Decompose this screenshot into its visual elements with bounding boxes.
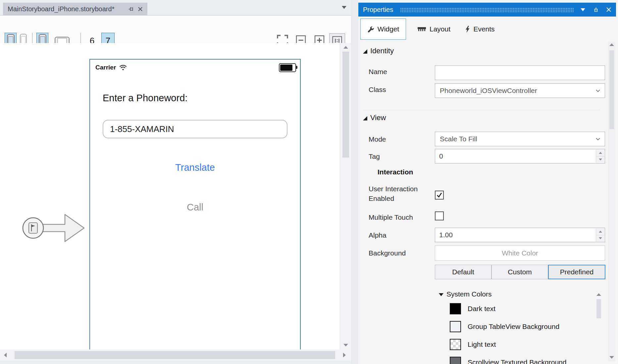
tab-label: Events: [473, 25, 494, 33]
properties-scrollbar[interactable]: [608, 42, 615, 361]
system-colors-chevron-down-icon[interactable]: [439, 293, 443, 296]
document-list-chevron-down-icon[interactable]: [342, 6, 346, 9]
tag-label: Tag: [369, 153, 380, 160]
scrollbar-thumb[interactable]: [15, 351, 335, 359]
view-controller[interactable]: Carrier Enter a Phoneword: 1-855-XAMARIN…: [89, 59, 301, 349]
alpha-input[interactable]: 1.00: [435, 228, 605, 242]
scrollbar-thumb[interactable]: [609, 50, 614, 129]
mode-select[interactable]: Scale To Fill: [435, 132, 605, 146]
name-label: Name: [369, 68, 387, 76]
call-button[interactable]: Call: [90, 202, 300, 213]
tab-label: Widget: [378, 25, 399, 33]
user-interaction-checkbox[interactable]: [435, 191, 444, 200]
flag-icon: [29, 223, 37, 233]
color-item-label[interactable]: Group TableView Background: [468, 323, 559, 331]
ruler-icon: [417, 27, 426, 32]
expander-icon[interactable]: [363, 116, 367, 120]
multiple-touch-checkbox[interactable]: [435, 211, 444, 220]
multiple-touch-label: Multiple Touch: [369, 213, 413, 221]
editor-bottom-strip: [0, 361, 351, 364]
close-icon[interactable]: [606, 7, 611, 12]
properties-title: Properties: [363, 6, 393, 14]
tab-events[interactable]: Events: [459, 19, 501, 40]
scroll-down-arrow[interactable]: [343, 344, 348, 346]
scrollbar-thumb[interactable]: [342, 52, 349, 158]
system-colors-scrollbar[interactable]: [595, 293, 602, 362]
scroll-down-arrow[interactable]: [609, 356, 614, 359]
user-interaction-label: User Interaction Enabled: [369, 184, 430, 203]
phoneword-prompt-label[interactable]: Enter a Phoneword:: [103, 93, 187, 104]
status-bar: Carrier: [95, 63, 296, 72]
mode-label: Mode: [369, 135, 386, 143]
designer-toolbar: SIZE ORIENTATION 6 7 iOS: [0, 16, 351, 43]
stepper-down-button[interactable]: [596, 235, 604, 242]
system-colors-header[interactable]: System Colors: [446, 290, 492, 298]
document-tab[interactable]: MainStoryboard_iPhone.storyboard*: [3, 3, 147, 15]
scroll-right-arrow[interactable]: [343, 353, 346, 357]
color-item-label[interactable]: Light text: [468, 341, 496, 348]
view-section-header[interactable]: View: [370, 114, 386, 122]
scroll-left-arrow[interactable]: [4, 353, 7, 357]
xamarin-ios-designer-window: MainStoryboard_iPhone.storyboard*: [0, 0, 618, 364]
close-icon[interactable]: [138, 7, 143, 12]
class-label: Class: [369, 86, 386, 94]
color-item-label[interactable]: Dark text: [468, 305, 495, 313]
segue-arrow[interactable]: [19, 212, 87, 244]
battery-icon: [279, 63, 296, 72]
storyboard-editor: MainStoryboard_iPhone.storyboard*: [0, 0, 351, 364]
properties-panel: Properties Widget: [358, 0, 618, 364]
section-divider: [363, 110, 600, 110]
expander-icon[interactable]: [363, 49, 367, 54]
stepper-down-button[interactable]: [596, 157, 604, 163]
window-position-chevron-down-icon[interactable]: [581, 8, 585, 11]
design-surface[interactable]: Carrier Enter a Phoneword: 1-855-XAMARIN…: [0, 43, 340, 349]
tab-layout[interactable]: Layout: [411, 19, 456, 40]
phoneword-input[interactable]: 1-855-XAMARIN: [103, 120, 287, 138]
document-tab-title: MainStoryboard_iPhone.storyboard*: [8, 5, 124, 13]
background-color-button[interactable]: White Color: [435, 246, 605, 261]
background-label: Background: [369, 249, 406, 257]
chevron-down-icon: [596, 89, 600, 92]
scroll-up-arrow[interactable]: [609, 43, 614, 46]
titlebar-grip: [400, 8, 574, 12]
alpha-label: Alpha: [369, 231, 386, 239]
canvas-horizontal-scrollbar[interactable]: [0, 349, 351, 361]
scrollbar-thumb[interactable]: [596, 299, 601, 318]
background-predefined-button[interactable]: Predefined: [548, 265, 605, 279]
identity-section-header[interactable]: Identity: [370, 47, 394, 55]
color-swatch[interactable]: [450, 321, 461, 332]
color-item-label[interactable]: Scrollview Textured Background: [468, 358, 566, 364]
tag-value: 0: [439, 152, 443, 160]
color-swatch[interactable]: [450, 339, 461, 350]
chevron-down-icon: [596, 138, 600, 141]
pin-icon[interactable]: [128, 6, 134, 12]
carrier-label: Carrier: [95, 64, 116, 71]
mode-value: Scale To Fill: [440, 135, 477, 143]
check-icon: [436, 192, 442, 198]
color-swatch[interactable]: [450, 303, 461, 314]
scroll-up-arrow[interactable]: [343, 46, 348, 49]
color-swatch[interactable]: [450, 357, 461, 364]
stepper-up-button[interactable]: [596, 150, 604, 157]
alpha-value: 1.00: [439, 231, 453, 239]
properties-titlebar[interactable]: Properties: [358, 3, 616, 17]
lightning-icon: [465, 26, 470, 33]
translate-button[interactable]: Translate: [90, 162, 300, 173]
tag-input[interactable]: 0: [435, 149, 605, 163]
tab-widget[interactable]: Widget: [360, 19, 406, 40]
canvas-vertical-scrollbar[interactable]: [340, 43, 351, 349]
background-custom-button[interactable]: Custom: [491, 265, 548, 279]
pin-icon[interactable]: [593, 7, 599, 13]
stepper-up-button[interactable]: [596, 228, 604, 235]
background-default-button[interactable]: Default: [435, 265, 491, 279]
alpha-stepper: [596, 228, 604, 242]
class-value: Phoneworld_iOSViewController: [440, 87, 537, 95]
interaction-subheader: Interaction: [378, 168, 413, 176]
wrench-icon: [367, 26, 374, 33]
scroll-up-arrow[interactable]: [596, 293, 601, 296]
class-select[interactable]: Phoneworld_iOSViewController: [435, 83, 605, 98]
wifi-icon: [119, 65, 127, 70]
tab-label: Layout: [430, 25, 450, 33]
panel-splitter[interactable]: [351, 0, 358, 364]
name-input[interactable]: [435, 66, 605, 80]
